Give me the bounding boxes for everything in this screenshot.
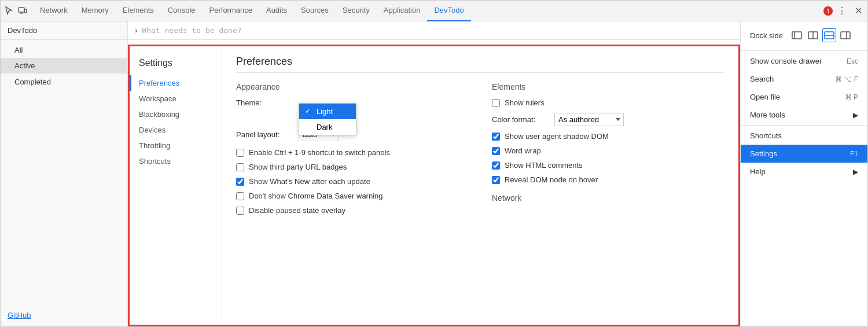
dock-icons [790, 28, 852, 42]
settings-nav-preferences: Preferences [130, 75, 222, 91]
checkbox-row-data-saver: Don't show Chrome Data Saver warning [236, 192, 469, 200]
kebab-menu-button[interactable]: ⋮ [835, 4, 849, 18]
settings-nav-item-devices[interactable]: Devices [130, 122, 222, 138]
menu-open-file[interactable]: Open file ⌘ P [741, 88, 867, 106]
menu-divider-1 [741, 50, 867, 51]
error-count: 1 [823, 6, 833, 16]
dock-undock-button[interactable] [790, 28, 804, 42]
dock-right-button[interactable] [838, 28, 852, 42]
menu-label-show-console: Show console drawer [750, 57, 822, 65]
center-panel: › What needs to be done? 小众软件 Settings [128, 21, 740, 326]
tab-security[interactable]: Security [336, 1, 377, 21]
checkbox-word-wrap[interactable] [492, 147, 500, 155]
tab-audits[interactable]: Audits [259, 1, 294, 21]
tab-sources[interactable]: Sources [294, 1, 336, 21]
svg-rect-1 [24, 9, 27, 13]
tab-elements[interactable]: Elements [116, 1, 161, 21]
help-arrow-icon: ▶ [853, 168, 858, 176]
checkbox-label-html-comments: Show HTML comments [505, 161, 583, 170]
theme-option-dark[interactable]: Dark [299, 119, 356, 135]
menu-label-more-tools: More tools [750, 111, 785, 119]
tab-network[interactable]: Network [33, 1, 75, 21]
dock-bottom-button[interactable] [822, 28, 836, 42]
menu-show-console-drawer[interactable]: Show console drawer Esc [741, 52, 867, 70]
tab-devtodo[interactable]: DevTodo [427, 1, 470, 21]
checkbox-row-third-party: Show third party URL badges [236, 163, 469, 171]
menu-shortcut-settings: F1 [850, 150, 858, 158]
sidebar-footer: GitHub [1, 304, 127, 326]
tab-memory[interactable]: Memory [75, 1, 116, 21]
device-icon[interactable] [17, 5, 28, 17]
checkbox-whats-new[interactable] [236, 178, 244, 186]
appearance-group-title: Appearance [236, 82, 469, 91]
checkbox-row-paused-state: Disable paused state overlay [236, 206, 469, 215]
theme-row: Theme: ✓ Light [236, 98, 469, 107]
color-format-row: Color format: As authored [492, 113, 724, 126]
checkbox-enable-ctrl[interactable] [236, 149, 244, 157]
color-format-select[interactable]: As authored [554, 113, 624, 126]
checkbox-third-party[interactable] [236, 163, 244, 171]
menu-label-open-file: Open file [750, 93, 780, 101]
tab-application[interactable]: Application [377, 1, 428, 21]
checkbox-label-data-saver: Don't show Chrome Data Saver warning [249, 192, 383, 200]
color-format-label: Color format: [492, 115, 550, 124]
sidebar-title: DevTodo [1, 21, 127, 40]
sidebar-item-completed[interactable]: Completed 🗑 [1, 74, 127, 90]
show-rulers-row: Show rulers [492, 98, 724, 107]
checkbox-row-shadow-dom: Show user agent shadow DOM [492, 132, 724, 141]
checkbox-paused-state[interactable] [236, 207, 244, 215]
checkbox-show-rulers[interactable] [492, 99, 500, 107]
tab-performance[interactable]: Performance [203, 1, 259, 21]
devtools-window: Network Memory Elements Console Performa… [0, 0, 868, 327]
sidebar-item-active[interactable]: Active [1, 58, 127, 74]
svg-rect-3 [792, 32, 801, 39]
checkbox-reveal-dom[interactable] [492, 176, 500, 184]
svg-rect-9 [841, 32, 850, 39]
cursor-icon[interactable] [3, 5, 14, 17]
active-indicator [130, 75, 131, 91]
tab-console[interactable]: Console [161, 1, 203, 21]
appearance-col: Appearance Theme: ✓ Light [236, 82, 469, 221]
checkbox-row-enable-ctrl: Enable Ctrl + 1-9 shortcut to switch pan… [236, 148, 469, 157]
menu-shortcuts[interactable]: Shortcuts [741, 127, 867, 145]
checkbox-row-reveal-dom: Reveal DOM node on hover [492, 175, 724, 184]
menu-help[interactable]: Help ▶ [741, 163, 867, 181]
checkbox-data-saver[interactable] [236, 192, 244, 200]
checkbox-shadow-dom[interactable] [492, 133, 500, 141]
menu-label-help: Help [750, 167, 766, 176]
menu-label-shortcuts: Shortcuts [750, 131, 782, 140]
settings-nav-item-shortcuts[interactable]: Shortcuts [130, 153, 222, 169]
menu-shortcut-open-file: ⌘ P [845, 93, 858, 101]
sidebar-item-all[interactable]: All [1, 42, 127, 58]
checkbox-label-paused-state: Disable paused state overlay [249, 206, 345, 215]
checkbox-row-whats-new: Show What's New after each update [236, 177, 469, 186]
menu-settings[interactable]: Settings F1 [741, 145, 867, 163]
checkbox-row-word-wrap: Word wrap [492, 146, 724, 155]
settings-nav-item-throttling[interactable]: Throttling [130, 138, 222, 153]
settings-nav-item-blackboxing[interactable]: Blackboxing [130, 106, 222, 122]
tab-bar: Network Memory Elements Console Performa… [1, 1, 867, 21]
settings-nav-item-preferences[interactable]: Preferences [130, 75, 222, 91]
dock-left-button[interactable] [806, 28, 820, 42]
close-button[interactable]: ✕ [851, 4, 865, 18]
theme-dropdown-menu: ✓ Light Dark [299, 103, 356, 135]
settings-overlay: Settings Preferences Workspace Blackboxi… [128, 45, 740, 326]
theme-option-light[interactable]: ✓ Light [299, 104, 356, 119]
checkmark-icon: ✓ [305, 107, 313, 115]
left-sidebar: DevTodo All Active Completed 🗑 GitHub [1, 21, 128, 326]
settings-nav-item-workspace[interactable]: Workspace [130, 91, 222, 106]
checkbox-label-enable-ctrl: Enable Ctrl + 1-9 shortcut to switch pan… [249, 148, 390, 157]
svg-rect-0 [19, 8, 24, 12]
more-tools-arrow-icon: ▶ [853, 111, 858, 119]
error-badge: 1 [823, 6, 833, 16]
network-group-title: Network [492, 193, 724, 203]
checkbox-html-comments[interactable] [492, 161, 500, 170]
github-link[interactable]: GitHub [8, 311, 31, 319]
right-panel: Dock side [740, 21, 867, 326]
menu-search[interactable]: Search ⌘ ⌥ F [741, 70, 867, 88]
menu-label-settings: Settings [750, 149, 777, 158]
menu-more-tools[interactable]: More tools ▶ [741, 106, 867, 124]
elements-group-title: Elements [492, 82, 724, 91]
menu-divider-2 [741, 125, 867, 126]
checkbox-label-show-rulers: Show rulers [505, 98, 545, 107]
